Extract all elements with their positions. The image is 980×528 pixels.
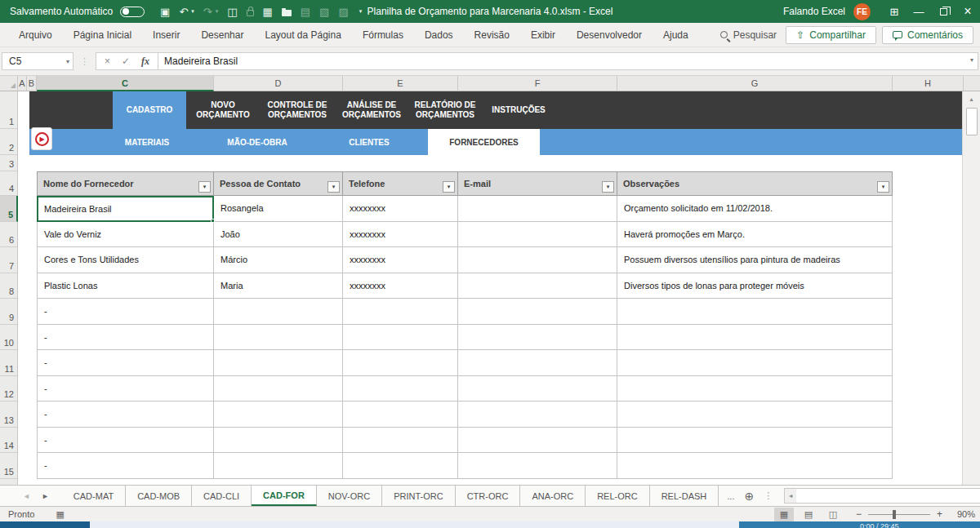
minimize-button[interactable]: — (906, 0, 931, 23)
filter-button[interactable]: ▾ (327, 181, 340, 193)
filter-button[interactable]: ▾ (877, 181, 889, 193)
name-box-chevron-icon[interactable]: ▾ (66, 58, 69, 65)
cell-observacoes[interactable]: Diversos tipos de lonas para proteger mó… (617, 273, 893, 299)
row-header-7[interactable]: 7 (0, 247, 17, 273)
cell-observacoes[interactable] (617, 453, 893, 479)
cell-nome[interactable]: - (37, 402, 214, 428)
nav-relatorio-de-orcamentos[interactable]: RELATÓRIO DE ORÇAMENTOS (408, 91, 482, 129)
cell-observacoes[interactable] (617, 325, 893, 351)
vertical-scrollbar-thumb[interactable] (966, 108, 978, 135)
cell-telefone[interactable] (343, 428, 458, 454)
vertical-scrollbar[interactable]: ▲ (962, 91, 980, 485)
tab-desenhar[interactable]: Desenhar (190, 23, 254, 47)
row-header-14[interactable]: 14 (0, 428, 17, 454)
cell-observacoes[interactable] (617, 428, 893, 454)
undo-dropdown-icon[interactable]: ▾ (191, 8, 194, 15)
view-normal-button[interactable]: ▦ (774, 508, 794, 521)
header-pessoa-de-contato[interactable]: Pessoa de Contato▾ (214, 171, 343, 196)
sheet-tab-overflow[interactable]: ... (727, 491, 734, 501)
cell-nome[interactable]: Cores e Tons Utilidades (37, 247, 214, 273)
cell-email[interactable] (458, 325, 617, 351)
tab-dados[interactable]: Dados (414, 23, 464, 47)
insert-function-icon[interactable]: fx (141, 55, 149, 68)
sheet-nav-right-icon[interactable]: ► (42, 492, 49, 500)
sheet-nav-left-icon[interactable]: ◄ (23, 492, 30, 500)
tab-pagina-inicial[interactable]: Página Inicial (63, 23, 142, 47)
macro-record-button[interactable]: ▦ (56, 509, 64, 520)
save-icon[interactable]: ▣ (160, 7, 170, 17)
filter-button[interactable]: ▾ (443, 181, 455, 193)
subtab-mao-de-obra[interactable]: MÃO-DE-OBRA (204, 129, 310, 155)
row-header-11[interactable]: 11 (0, 350, 17, 376)
nav-cadastro[interactable]: CADASTRO (113, 91, 186, 129)
cell-nome[interactable]: Plastic Lonas (37, 273, 214, 299)
cell-nome[interactable]: - (37, 350, 214, 376)
cell-telefone[interactable] (343, 325, 458, 351)
cell-telefone[interactable]: xxxxxxxx (343, 247, 458, 273)
select-all-corner[interactable]: ◢ (0, 76, 18, 91)
row-header-2[interactable]: 2 (0, 129, 17, 155)
nav-analise-de-orcamentos[interactable]: ANÁLISE DE ORÇAMENTOS (335, 91, 408, 129)
view-page-layout-button[interactable]: ▤ (799, 508, 818, 521)
share-button[interactable]: ⇧ Compartilhar (786, 26, 876, 44)
tab-ajuda[interactable]: Ajuda (653, 23, 699, 47)
cell-observacoes[interactable] (617, 402, 893, 428)
sheet-tab-cad-mob[interactable]: CAD-MOB (126, 486, 192, 506)
horizontal-scrollbar[interactable]: ◄ ► (784, 488, 980, 504)
column-header-b[interactable]: B (27, 76, 37, 91)
row-header-15[interactable]: 15 (0, 453, 17, 479)
cell-contato[interactable]: Maria (214, 273, 343, 299)
tab-inserir[interactable]: Inserir (142, 23, 190, 47)
name-box[interactable]: C5 ▾ (2, 52, 74, 70)
active-cell-c5[interactable]: Madeireira Brasil (37, 196, 214, 222)
cell-observacoes[interactable]: Possuem diversos utensílios para pintura… (617, 247, 893, 273)
cell-nome[interactable]: - (37, 376, 214, 402)
cell-observacoes[interactable]: Orçamento solicitado em 11/02/2018. (617, 196, 893, 222)
close-button[interactable]: × (956, 0, 980, 23)
header-telefone[interactable]: Telefone▾ (343, 171, 458, 196)
cell-email[interactable] (458, 222, 617, 248)
ribbon-display-options-icon[interactable]: ⊞ (882, 0, 906, 23)
column-header-c[interactable]: C (37, 76, 214, 91)
undo-icon[interactable]: ↶ (179, 7, 188, 17)
expand-formula-bar-icon[interactable]: ▾ (970, 56, 973, 64)
zoom-slider[interactable] (868, 514, 930, 515)
cell-telefone[interactable] (343, 453, 458, 479)
column-header-d[interactable]: D (214, 76, 343, 91)
sheet-tab-cad-cli[interactable]: CAD-CLI (192, 486, 252, 506)
cell-observacoes[interactable] (617, 376, 893, 402)
cell-contato[interactable] (214, 299, 343, 325)
filter-button[interactable]: ▾ (602, 181, 614, 193)
cell-email[interactable] (458, 428, 617, 454)
sheet-tab-print-orc[interactable]: PRINT-ORC (382, 486, 456, 506)
nav-instrucoes[interactable]: INSTRUÇÕES (482, 91, 555, 129)
zoom-level[interactable]: 90% (947, 509, 975, 519)
cell-nome[interactable]: - (37, 453, 214, 479)
header-nome-do-fornecedor[interactable]: Nome do Fornecedor▾ (37, 171, 214, 196)
filter-button[interactable]: ▾ (198, 181, 211, 193)
row-header-13[interactable]: 13 (0, 402, 17, 428)
cell-telefone[interactable] (343, 376, 458, 402)
column-header-a[interactable]: A (18, 76, 27, 91)
cell-observacoes[interactable]: Haverá promoções em Março. (617, 222, 893, 248)
cell-telefone[interactable]: xxxxxxxx (343, 196, 458, 222)
fill-handle[interactable] (211, 219, 215, 223)
column-header-f[interactable]: F (458, 76, 617, 91)
add-sheet-icon[interactable]: ⊕ (744, 490, 754, 503)
cell-contato[interactable] (214, 350, 343, 376)
tab-layout-da-pagina[interactable]: Layout da Página (254, 23, 351, 47)
row-header-12[interactable]: 12 (0, 376, 17, 402)
cell-contato[interactable] (214, 428, 343, 454)
sheet-tab-ctr-orc[interactable]: CTR-ORC (456, 486, 521, 506)
cell-email[interactable] (458, 273, 617, 299)
tab-exibir[interactable]: Exibir (520, 23, 566, 47)
avatar[interactable]: FE (853, 3, 871, 20)
autosave-toggle[interactable] (120, 7, 145, 17)
customize-qat-chevron-icon[interactable]: ▾ (359, 8, 363, 15)
cell-telefone[interactable]: xxxxxxxx (343, 222, 458, 248)
tab-revisao[interactable]: Revisão (464, 23, 520, 47)
scroll-left-icon[interactable]: ◄ (785, 493, 796, 499)
row-header-5[interactable]: 5 (0, 196, 18, 222)
cell-email[interactable] (458, 350, 617, 376)
cell-email[interactable] (458, 196, 617, 222)
